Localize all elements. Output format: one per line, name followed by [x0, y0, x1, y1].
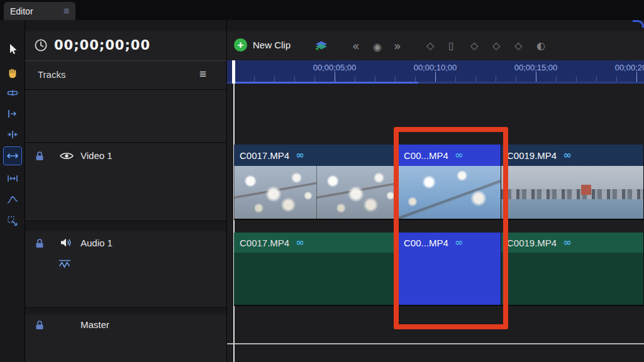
tracks-title: Tracks — [38, 69, 65, 80]
keyframe-toggle-icon[interactable]: ◐ — [536, 40, 545, 52]
thumbnail-water — [501, 199, 643, 219]
tool-palette — [0, 20, 25, 362]
video-clip-3[interactable]: C0019.MP4 ∞ — [501, 145, 644, 166]
rolling-edit-tool[interactable] — [4, 126, 21, 143]
envelope-tool[interactable] — [4, 191, 21, 209]
video-editor-app: Editor ≡ — [0, 0, 644, 362]
link-icon[interactable]: ∞ — [296, 238, 304, 248]
tab-editor-label: Editor — [10, 6, 33, 16]
timeline-area[interactable] — [227, 84, 644, 362]
lock-icon[interactable] — [35, 150, 45, 162]
panel-divider[interactable] — [226, 20, 227, 362]
master-track-line — [227, 343, 644, 344]
clip-label: C00...MP4 — [404, 150, 448, 161]
hand-tool[interactable] — [4, 64, 21, 82]
video-clip-1-thumbnail[interactable] — [234, 166, 398, 220]
clip-label: C0019.MP4 — [507, 238, 557, 248]
link-icon[interactable]: ∞ — [563, 150, 571, 160]
select-tool[interactable] — [4, 40, 21, 58]
prev-edit-icon[interactable]: « — [352, 38, 360, 53]
slide-icon — [6, 172, 19, 185]
clip-label: C0017.MP4 — [240, 150, 289, 161]
rolling-edit-icon — [6, 128, 19, 141]
track-name-video1: Video 1 — [80, 150, 113, 161]
new-clip-button[interactable]: + New Clip — [234, 38, 291, 52]
lock-icon[interactable] — [35, 319, 45, 331]
link-icon[interactable]: ∞ — [455, 150, 463, 160]
clip-label: C0017.MP4 — [240, 238, 289, 248]
slip-icon — [6, 150, 19, 162]
ruler-label: 00;00;20;00 — [615, 63, 644, 72]
next-edit-icon[interactable]: » — [394, 38, 401, 53]
link-icon[interactable]: ∞ — [296, 150, 304, 160]
track-header-audio1: Audio 1 — [25, 231, 226, 308]
ruler-ticks-major — [227, 72, 644, 82]
clip-label: C00...MP4 — [404, 238, 448, 248]
plus-icon: + — [234, 38, 247, 52]
track-header-empty — [25, 90, 226, 143]
video-clip-2-selected[interactable]: C00...MP4 ∞ — [398, 145, 501, 166]
track-header-master: Master — [25, 314, 226, 362]
thumbnail-skyline — [501, 189, 643, 200]
rate-stretch-icon — [6, 215, 19, 228]
keyframe-prev-icon[interactable]: ◇ — [426, 40, 434, 52]
timeline-ruler[interactable]: 00;00;05;00 00;00;10;00 00;00;15;00 00;0… — [227, 60, 644, 84]
keyframe-add-icon[interactable]: ◇ — [470, 40, 478, 52]
audio-clip-2-selected[interactable]: C00...MP4 ∞ — [398, 233, 501, 253]
video-clip-1[interactable]: C0017.MP4 ∞ — [234, 145, 398, 166]
video-clip-3-thumbnail[interactable] — [501, 166, 644, 220]
insert-layer-icon[interactable] — [313, 38, 330, 52]
audio-clip-body[interactable] — [501, 253, 644, 306]
audio-clip-body[interactable] — [234, 253, 398, 306]
tracks-panel-header: Tracks ≡ — [25, 60, 226, 90]
thumbnail-building — [581, 185, 591, 195]
keyframe-range-icon[interactable]: ▯ — [448, 40, 454, 52]
panel-corner-accent — [633, 20, 644, 28]
thumbnail-sky — [501, 166, 643, 190]
ripple-edit-tool[interactable] — [4, 105, 21, 123]
hand-icon — [6, 67, 19, 79]
ripple-edit-icon — [6, 107, 19, 120]
ruler-label: 00;00;05;00 — [313, 63, 357, 72]
slip-tool[interactable] — [4, 147, 21, 165]
track-header-video1: Video 1 — [25, 143, 226, 221]
visibility-eye-icon[interactable] — [60, 151, 74, 160]
timecode-display[interactable]: 00;00;00;00 — [54, 38, 150, 53]
speaker-icon[interactable] — [60, 238, 72, 248]
add-marker-icon[interactable]: ◉ — [373, 40, 382, 55]
slide-tool[interactable] — [4, 170, 21, 187]
new-clip-label: New Clip — [253, 40, 291, 50]
link-icon[interactable]: ∞ — [563, 238, 571, 248]
tab-menu-icon[interactable]: ≡ — [64, 6, 69, 16]
keyframe-all-icon[interactable]: ◇ — [514, 40, 522, 52]
clock-icon — [34, 38, 48, 52]
ruler-label: 00;00;15;00 — [514, 63, 558, 72]
clip-label: C0019.MP4 — [507, 150, 557, 161]
waveform-icon[interactable] — [58, 259, 72, 269]
timeline-toolbar: 00;00;00;00 + New Clip « ◉ » ◇ ▯ ◇ ◇ ◇ ◐ — [25, 31, 644, 60]
video-clip-2-thumbnail[interactable] — [398, 166, 501, 220]
rate-stretch-tool[interactable] — [4, 212, 21, 230]
tab-editor[interactable]: Editor ≡ — [4, 2, 75, 20]
ruler-label: 00;00;10;00 — [414, 63, 457, 72]
track-name-master: Master — [80, 319, 109, 330]
tab-bar: Editor ≡ — [0, 0, 644, 20]
cache-indicator — [234, 82, 418, 84]
audio-clip-3[interactable]: C0019.MP4 ∞ — [501, 233, 644, 253]
keyframe-next-icon[interactable]: ◇ — [492, 40, 500, 52]
playhead-handle[interactable] — [232, 60, 235, 84]
audio-clip-1[interactable]: C0017.MP4 ∞ — [234, 233, 398, 253]
lock-icon[interactable] — [35, 238, 45, 249]
track-name-audio1: Audio 1 — [80, 238, 113, 248]
envelope-curve-icon — [6, 194, 19, 206]
tracks-menu-icon[interactable]: ≡ — [199, 67, 206, 81]
link-icon[interactable]: ∞ — [455, 238, 463, 248]
slice-icon — [6, 87, 19, 99]
select-arrow-icon — [6, 43, 19, 55]
slice-tool[interactable] — [4, 84, 21, 102]
